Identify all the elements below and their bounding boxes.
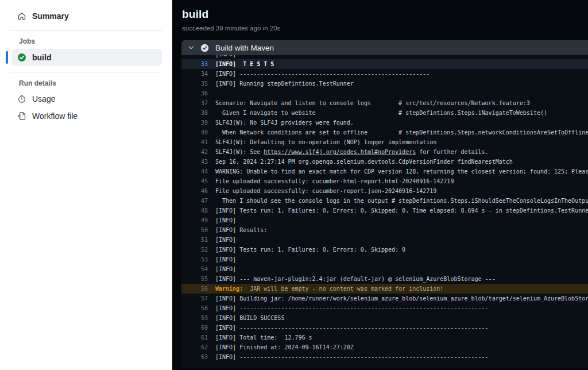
log-line-32: 32[INFO] -------------------------------…: [181, 55, 588, 59]
chevron-down-icon[interactable]: [187, 44, 195, 52]
log-line-number[interactable]: 47: [181, 196, 208, 206]
log-line-text: [INFO] BUILD SUCCESS: [208, 313, 284, 323]
log-line-number[interactable]: 54: [181, 264, 208, 274]
log-line-45: 45File uploaded successfully: cucumber-h…: [181, 176, 588, 186]
sidebar-divider: [10, 72, 163, 72]
log-line-number[interactable]: 40: [181, 128, 208, 137]
log-line-text: [INFO] Building jar: /home/runner/work/s…: [208, 294, 588, 303]
warning-label: Warning:: [215, 286, 243, 292]
sidebar-item-workflow-file[interactable]: Workflow file: [11, 108, 162, 124]
file-code-icon: [17, 111, 26, 121]
sidebar-item-label: Usage: [32, 94, 55, 103]
log-line-number[interactable]: 63: [181, 352, 208, 362]
step-header-build-with-maven[interactable]: Build with Maven: [181, 40, 588, 55]
log-line-number[interactable]: 57: [181, 294, 208, 303]
log-line-number[interactable]: 38: [181, 108, 208, 118]
log-line-number[interactable]: 43: [181, 157, 208, 167]
sidebar-item-summary[interactable]: Summary: [11, 8, 162, 24]
sidebar-item-label: build: [32, 53, 51, 62]
log-line-number[interactable]: 62: [181, 342, 208, 352]
sidebar-item-label: Workflow file: [32, 111, 78, 121]
log-line-50: 50[INFO] Results:: [181, 225, 588, 235]
stopwatch-icon: [17, 94, 26, 103]
job-log-panel: build succeeded 39 minutes ago in 20s Bu…: [172, 0, 588, 370]
log-line-text: SLF4J(W): Defaulting to no-operation (NO…: [208, 137, 436, 147]
log-line-number[interactable]: 46: [181, 186, 208, 196]
log-line-61: 61[INFO] Total time: 12.796 s: [181, 333, 588, 342]
log-line-43: 43Sep 16, 2024 2:27:14 PM org.openqa.sel…: [181, 157, 588, 167]
log-line-44: 44WARNING: Unable to find an exact match…: [181, 167, 588, 176]
log-line-number[interactable]: 49: [181, 215, 208, 225]
log-line-47: 47 Then I should see the console logs in…: [181, 196, 588, 206]
log-line-48: 48[INFO] Tests run: 1, Failures: 0, Erro…: [181, 206, 588, 215]
job-title: build: [182, 8, 579, 21]
log-line-text: [208, 88, 215, 98]
job-status-line: succeeded 39 minutes ago in 20s: [182, 25, 579, 32]
log-line-41: 41SLF4J(W): Defaulting to no-operation (…: [181, 137, 588, 147]
log-line-56: 56Warning: JAR will be empty - no conten…: [181, 284, 588, 294]
log-line-59: 59[INFO] BUILD SUCCESS: [181, 313, 588, 323]
log-line-text: [INFO] Tests run: 1, Failures: 0, Errors…: [208, 206, 588, 215]
workflow-run-page: Summary Jobs build Run details Usage: [0, 0, 588, 370]
log-line-number[interactable]: 56: [181, 284, 208, 294]
log-line-54: 54[INFO]: [181, 264, 588, 274]
log-line-42: 42SLF4J(W): See https://www.slf4j.org/co…: [181, 147, 588, 157]
log-line-text: Sep 16, 2024 2:27:14 PM org.openqa.selen…: [208, 157, 513, 167]
log-line-58: 58[INFO] -------------------------------…: [181, 303, 588, 313]
log-line-55: 55[INFO] --- maven-jar-plugin:2.4:jar (d…: [181, 274, 588, 284]
log-line-number[interactable]: 61: [181, 333, 208, 342]
log-link[interactable]: https://www.slf4j.org/codes.html#noProvi…: [264, 149, 416, 155]
log-group: Build with Maven 32[INFO] --------------…: [181, 40, 588, 368]
log-line-38: 38 Given I navigate to website # stepDef…: [181, 108, 588, 118]
run-details-section-label: Run details: [19, 79, 162, 87]
sidebar: Summary Jobs build Run details Usage: [0, 0, 172, 370]
log-line-number[interactable]: 52: [181, 245, 208, 255]
log-line-39: 39SLF4J(W): No SLF4J providers were foun…: [181, 118, 588, 128]
log-line-number[interactable]: 36: [181, 88, 208, 98]
log-line-34: 34[INFO] -------------------------------…: [181, 69, 588, 79]
log-line-number[interactable]: 42: [181, 147, 208, 157]
log-line-text: [INFO] Finished at: 2024-09-16T14:27:20Z: [208, 342, 354, 352]
log-line-number[interactable]: 34: [181, 69, 208, 79]
log-line-text: Scenario: Navigate and listen to console…: [208, 98, 530, 108]
log-line-57: 57[INFO] Building jar: /home/runner/work…: [181, 294, 588, 303]
log-line-number[interactable]: 60: [181, 323, 208, 333]
log-line-number[interactable]: 55: [181, 274, 208, 284]
log-line-number[interactable]: 45: [181, 176, 208, 186]
log-line-49: 49[INFO]: [181, 215, 588, 225]
log-line-number[interactable]: 59: [181, 313, 208, 323]
step-success-check-circle-icon: [200, 44, 209, 52]
job-header: build succeeded 39 minutes ago in 20s: [172, 0, 588, 38]
log-line-number[interactable]: 33: [181, 59, 208, 69]
log-line-number[interactable]: 44: [181, 167, 208, 176]
log-line-text: [INFO] Total time: 12.796 s: [208, 333, 312, 342]
log-line-text: [INFO] ---------------------------------…: [208, 323, 489, 333]
log-line-text: [INFO]: [208, 215, 236, 225]
log-line-number[interactable]: 58: [181, 303, 208, 313]
log-line-text: Then I should see the console logs in th…: [208, 196, 588, 206]
sidebar-item-build[interactable]: build: [11, 49, 162, 66]
log-body: 32[INFO] -------------------------------…: [181, 55, 588, 368]
log-line-number[interactable]: 35: [181, 79, 208, 88]
log-line-number[interactable]: 39: [181, 118, 208, 128]
log-line-text: [INFO] Tests run: 1, Failures: 0, Errors…: [208, 245, 405, 255]
log-line-number[interactable]: 50: [181, 225, 208, 235]
sidebar-item-usage[interactable]: Usage: [11, 91, 162, 107]
log-line-number[interactable]: 53: [181, 255, 208, 264]
log-line-37: 37Scenario: Navigate and listen to conso…: [181, 98, 588, 108]
log-line-text: When Network conditions are set to offli…: [208, 128, 588, 137]
log-line-number[interactable]: 41: [181, 137, 208, 147]
log-line-number[interactable]: 37: [181, 98, 208, 108]
log-line-text: File uploaded successfully: cucumber-rep…: [208, 186, 436, 196]
log-line-text: WARNING: Unable to find an exact match f…: [208, 167, 588, 176]
sidebar-item-label: Summary: [32, 11, 69, 21]
log-line-number[interactable]: 48: [181, 206, 208, 215]
log-line-60: 60[INFO] -------------------------------…: [181, 323, 588, 333]
log-line-40: 40 When Network conditions are set to of…: [181, 128, 588, 137]
home-icon: [17, 11, 26, 21]
log-line-text: [INFO]: [208, 264, 236, 274]
log-line-text: [INFO] ---------------------------------…: [208, 69, 430, 79]
log-line-number[interactable]: 51: [181, 235, 208, 245]
log-line-62: 62[INFO] Finished at: 2024-09-16T14:27:2…: [181, 342, 588, 352]
log-line-text: File uploaded successfully: cucumber-htm…: [208, 176, 454, 186]
